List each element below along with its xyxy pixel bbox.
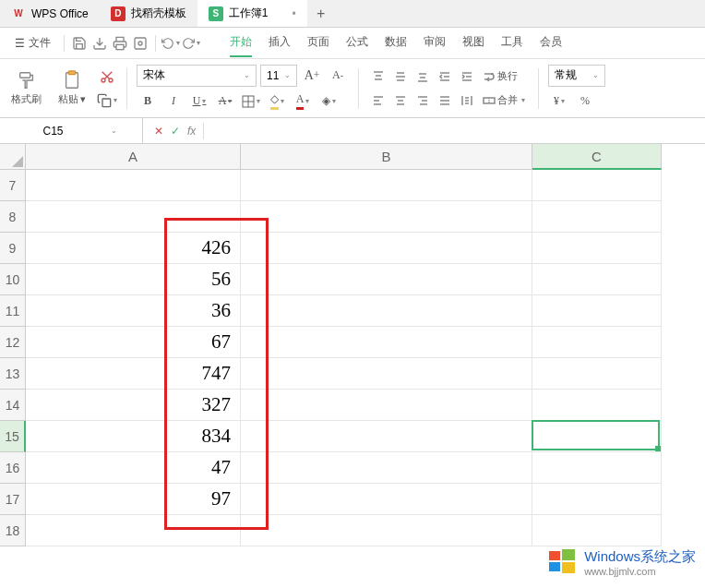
strikethrough-button[interactable]: A▾ — [214, 90, 236, 113]
cell-C7[interactable] — [532, 170, 662, 201]
tab-member[interactable]: 会员 — [540, 29, 562, 57]
name-box-input[interactable] — [26, 125, 81, 138]
row-header-13[interactable]: 13 — [0, 358, 26, 390]
align-middle-button[interactable] — [390, 66, 411, 87]
cell-C8[interactable] — [532, 201, 662, 233]
cell-C18[interactable] — [532, 515, 662, 546]
row-header-16[interactable]: 16 — [0, 452, 26, 484]
increase-indent-button[interactable] — [457, 66, 477, 87]
tab-insert[interactable]: 插入 — [269, 29, 291, 57]
decrease-indent-button[interactable] — [435, 66, 455, 87]
cell-B17[interactable] — [241, 484, 532, 515]
row-header-12[interactable]: 12 — [0, 327, 26, 358]
paste-button[interactable]: 粘贴▾ — [53, 62, 91, 115]
row-header-14[interactable]: 14 — [0, 390, 26, 421]
print-preview-icon[interactable] — [131, 34, 149, 53]
cell-C15[interactable] — [532, 421, 662, 452]
cell-B14[interactable] — [241, 390, 532, 421]
name-box[interactable]: ⌄ — [0, 118, 143, 143]
app-tab-template[interactable]: D 找稻壳模板 — [100, 0, 197, 27]
underline-button[interactable]: U▾ — [188, 90, 210, 113]
cell-A8[interactable] — [26, 201, 241, 233]
tab-tools[interactable]: 工具 — [501, 29, 523, 57]
confirm-icon[interactable]: ✓ — [171, 125, 180, 138]
cell-A18[interactable] — [26, 515, 241, 546]
cell-A10[interactable]: 56 — [26, 264, 241, 295]
app-tab-workbook[interactable]: S 工作簿1 • — [197, 0, 307, 27]
tab-formula[interactable]: 公式 — [346, 29, 368, 57]
chevron-down-icon[interactable]: ⌄ — [111, 126, 117, 135]
tab-review[interactable]: 审阅 — [424, 29, 446, 57]
cell-C12[interactable] — [532, 327, 662, 358]
print-icon[interactable] — [111, 34, 129, 53]
cell-B9[interactable] — [241, 233, 532, 264]
row-header-7[interactable]: 7 — [0, 170, 26, 201]
redo-icon[interactable]: ▾ — [182, 34, 200, 53]
cell-B10[interactable] — [241, 264, 532, 295]
bold-button[interactable]: B — [137, 90, 159, 113]
cell-B15[interactable] — [241, 421, 532, 452]
decrease-font-button[interactable]: A- — [327, 65, 349, 87]
tab-view[interactable]: 视图 — [462, 29, 484, 57]
export-icon[interactable] — [90, 34, 109, 53]
cell-B12[interactable] — [241, 327, 532, 358]
tab-page[interactable]: 页面 — [307, 29, 329, 57]
cell-B8[interactable] — [241, 201, 532, 233]
cell-B11[interactable] — [241, 295, 532, 327]
row-header-10[interactable]: 10 — [0, 264, 26, 295]
cell-C10[interactable] — [532, 264, 662, 295]
row-header-11[interactable]: 11 — [0, 295, 26, 327]
cell-B7[interactable] — [241, 170, 532, 201]
cell-A9[interactable]: 426 — [26, 233, 241, 264]
row-header-8[interactable]: 8 — [0, 201, 26, 233]
save-icon[interactable] — [70, 34, 89, 53]
align-top-button[interactable] — [368, 66, 388, 87]
copy-button[interactable]: ▾ — [97, 90, 117, 111]
cell-A15[interactable]: 834 — [26, 421, 241, 452]
cell-A17[interactable]: 97 — [26, 484, 241, 515]
cell-B16[interactable] — [241, 452, 532, 484]
cell-C14[interactable] — [532, 390, 662, 421]
cell-grid[interactable]: 4265636677473278344797 — [26, 170, 662, 546]
fill-color-button[interactable]: ◇▾ — [266, 90, 288, 113]
cell-B18[interactable] — [241, 515, 532, 546]
font-size-select[interactable]: 11⌄ — [260, 65, 297, 87]
wrap-text-button[interactable]: 换行 — [479, 66, 521, 87]
increase-font-button[interactable]: A+ — [301, 65, 323, 87]
row-header-9[interactable]: 9 — [0, 233, 26, 264]
undo-icon[interactable]: ▾ — [161, 34, 180, 53]
merge-cells-button[interactable]: 合并▾ — [479, 90, 529, 111]
cell-A11[interactable]: 36 — [26, 295, 241, 327]
column-header-A[interactable]: A — [26, 144, 241, 170]
highlight-button[interactable]: ◈▾ — [317, 90, 340, 113]
cut-button[interactable] — [97, 66, 117, 87]
app-tab-wps[interactable]: W WPS Office — [0, 0, 100, 27]
tab-data[interactable]: 数据 — [385, 29, 407, 57]
cell-C16[interactable] — [532, 452, 662, 484]
italic-button[interactable]: I — [162, 90, 185, 113]
cell-A16[interactable]: 47 — [26, 452, 241, 484]
distribute-button[interactable] — [457, 90, 477, 111]
align-left-button[interactable] — [368, 90, 388, 111]
format-painter-button[interactable]: 格式刷 — [6, 62, 47, 115]
align-right-button[interactable] — [412, 90, 433, 111]
column-header-B[interactable]: B — [241, 144, 532, 170]
number-format-select[interactable]: 常规⌄ — [548, 65, 605, 87]
percent-button[interactable]: % — [574, 90, 596, 113]
column-header-C[interactable]: C — [532, 144, 662, 170]
justify-button[interactable] — [435, 90, 455, 111]
new-tab-button[interactable]: + — [307, 6, 335, 22]
select-all-corner[interactable] — [0, 144, 26, 170]
row-header-18[interactable]: 18 — [0, 515, 26, 546]
align-center-button[interactable] — [390, 90, 411, 111]
font-color-button[interactable]: A▾ — [292, 90, 314, 113]
cell-A14[interactable]: 327 — [26, 390, 241, 421]
cell-C9[interactable] — [532, 233, 662, 264]
cell-A12[interactable]: 67 — [26, 327, 241, 358]
cell-C11[interactable] — [532, 295, 662, 327]
file-menu[interactable]: ☰ 文件 — [7, 35, 58, 51]
cell-C17[interactable] — [532, 484, 662, 515]
tab-start[interactable]: 开始 — [230, 29, 252, 57]
cell-A13[interactable]: 747 — [26, 358, 241, 390]
cell-C13[interactable] — [532, 358, 662, 390]
